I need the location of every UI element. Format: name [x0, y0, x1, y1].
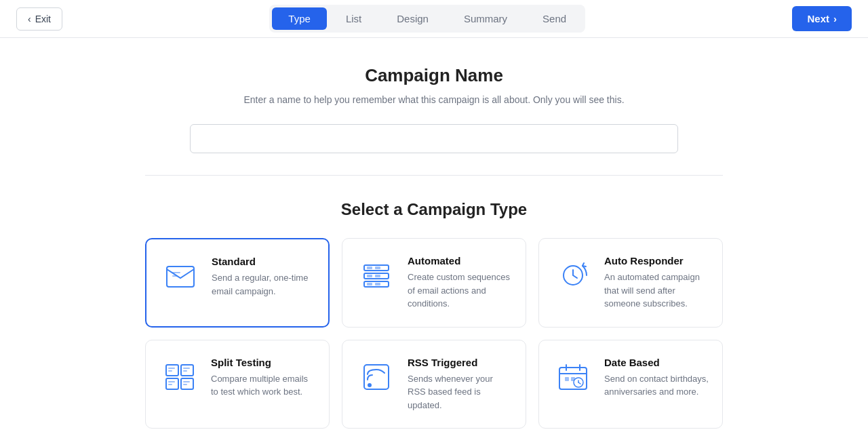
campaign-name-title: Campaign Name: [145, 65, 723, 86]
split-testing-icon: [159, 357, 200, 397]
svg-rect-18: [168, 370, 172, 372]
campaign-type-title: Select a Campaign Type: [145, 200, 723, 219]
card-standard-text: Standard Send a regular, one-time email …: [212, 256, 315, 298]
main-content: Campaign Name Enter a name to help you r…: [129, 38, 739, 434]
card-date-based-name: Date Based: [604, 357, 709, 368]
svg-rect-31: [565, 377, 569, 381]
exit-label: Exit: [35, 14, 51, 24]
card-auto-responder-text: Auto Responder An automated campaign tha…: [604, 255, 709, 311]
svg-rect-15: [181, 365, 193, 376]
card-date-based-desc: Send on contact birthdays, anniversaries…: [604, 372, 709, 399]
svg-rect-1: [172, 272, 180, 273]
card-split-testing-name: Split Testing: [211, 357, 315, 368]
card-split-testing-desc: Compare multiple emails to test which wo…: [211, 372, 315, 399]
card-auto-responder-name: Auto Responder: [604, 255, 709, 267]
card-split-testing[interactable]: Split Testing Compare multiple emails to…: [145, 340, 330, 429]
autoresponder-icon: [553, 255, 593, 296]
svg-rect-2: [172, 275, 178, 277]
card-date-based-text: Date Based Send on contact birthdays, an…: [604, 357, 709, 399]
card-rss-triggered-desc: Sends whenever your RSS based feed is up…: [408, 372, 512, 412]
svg-rect-20: [168, 384, 172, 385]
tab-list[interactable]: List: [330, 7, 378, 30]
card-automated-text: Automated Create custom sequences of ema…: [408, 255, 512, 311]
card-rss-triggered[interactable]: RSS Triggered Sends whenever your RSS ba…: [342, 340, 526, 429]
svg-rect-22: [183, 370, 187, 372]
header: ‹ Exit Type List Design Summary Send Nex…: [0, 0, 868, 38]
next-label: Next: [807, 13, 829, 24]
card-standard[interactable]: Standard Send a regular, one-time email …: [145, 238, 330, 328]
exit-button[interactable]: ‹ Exit: [16, 7, 62, 31]
card-split-testing-text: Split Testing Compare multiple emails to…: [211, 357, 315, 399]
svg-rect-4: [367, 267, 372, 269]
card-standard-name: Standard: [212, 256, 315, 267]
card-rss-triggered-text: RSS Triggered Sends whenever your RSS ba…: [408, 357, 512, 412]
chevron-right-icon: ›: [833, 13, 837, 24]
svg-rect-21: [183, 368, 190, 369]
svg-rect-24: [183, 384, 187, 385]
nav-tabs: Type List Design Summary Send: [269, 5, 585, 33]
svg-rect-17: [168, 368, 175, 369]
card-standard-desc: Send a regular, one-time email campaign.: [212, 271, 315, 298]
chevron-left-icon: ‹: [28, 14, 31, 24]
svg-rect-16: [181, 378, 193, 389]
svg-rect-23: [183, 381, 190, 382]
card-rss-triggered-name: RSS Triggered: [408, 357, 512, 368]
card-automated[interactable]: Automated Create custom sequences of ema…: [342, 238, 526, 328]
tab-type[interactable]: Type: [272, 7, 327, 30]
svg-rect-14: [166, 378, 178, 389]
svg-rect-8: [375, 275, 380, 277]
card-auto-responder-desc: An automated campaign that will send aft…: [604, 271, 709, 311]
svg-point-26: [368, 383, 372, 387]
calendar-icon: [553, 357, 593, 397]
card-automated-name: Automated: [408, 255, 512, 267]
svg-rect-5: [375, 267, 380, 269]
tab-send[interactable]: Send: [526, 7, 583, 30]
automated-icon: [356, 255, 397, 296]
svg-rect-0: [167, 267, 194, 287]
tab-design[interactable]: Design: [380, 7, 445, 30]
svg-rect-7: [367, 275, 372, 277]
svg-rect-11: [375, 283, 380, 285]
card-automated-desc: Create custom sequences of email actions…: [408, 271, 512, 311]
campaign-name-input[interactable]: [190, 124, 678, 153]
section-divider: [145, 175, 723, 176]
next-button[interactable]: Next ›: [792, 6, 852, 31]
svg-rect-19: [168, 381, 175, 382]
campaign-name-subtitle: Enter a name to help you remember what t…: [145, 94, 723, 105]
rss-icon: [356, 357, 397, 397]
card-auto-responder[interactable]: Auto Responder An automated campaign tha…: [538, 238, 723, 328]
svg-rect-10: [367, 283, 372, 285]
envelope-icon: [160, 256, 201, 296]
card-date-based[interactable]: Date Based Send on contact birthdays, an…: [538, 340, 723, 429]
campaign-type-cards: Standard Send a regular, one-time email …: [145, 238, 723, 429]
svg-rect-13: [166, 365, 178, 376]
tab-summary[interactable]: Summary: [448, 7, 524, 30]
